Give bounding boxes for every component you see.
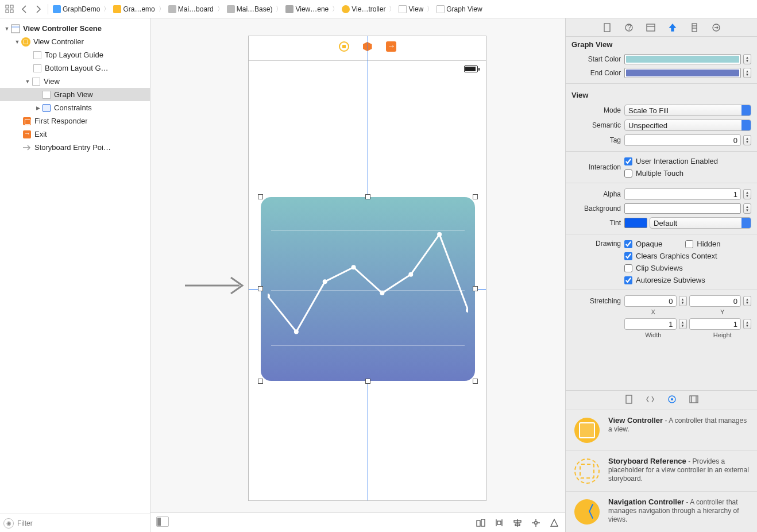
outline-constraints[interactable]: ▶ Constraints xyxy=(0,101,150,114)
outline-graphview[interactable]: Graph View xyxy=(0,88,150,101)
crumb-project[interactable]: GraphDemo xyxy=(51,4,102,14)
resolve-issues-icon[interactable] xyxy=(549,518,559,528)
checkbox-label: Multiple Touch xyxy=(636,169,683,178)
tag-stepper[interactable]: ▲▼ xyxy=(743,135,751,145)
label-tint: Tint xyxy=(566,219,621,227)
canvas[interactable] xyxy=(150,18,565,532)
stretch-w-input[interactable]: 1 xyxy=(624,318,677,330)
disclosure-triangle-icon[interactable]: ▼ xyxy=(24,79,31,84)
disclosure-triangle-icon[interactable]: ▼ xyxy=(14,39,21,45)
resize-handle[interactable] xyxy=(473,194,478,199)
filter-scope-icon[interactable]: ◉ xyxy=(3,518,14,529)
multiple-touch-checkbox[interactable]: Multiple Touch xyxy=(624,169,683,178)
attributes-inspector-tab[interactable] xyxy=(667,22,678,33)
outline-exit[interactable]: Exit xyxy=(0,128,150,141)
outline-label: First Responder xyxy=(34,117,87,125)
stretch-h-input[interactable]: 1 xyxy=(689,318,741,330)
exit-dock-icon[interactable] xyxy=(386,41,396,52)
library-item-navcontroller[interactable]: 〈 Navigation Controller - A controller t… xyxy=(566,492,757,532)
end-color-well[interactable] xyxy=(624,68,741,78)
stretch-x-input[interactable]: 0 xyxy=(624,295,677,307)
code-snippet-tab[interactable] xyxy=(646,395,655,405)
stepper[interactable]: ▲▼ xyxy=(679,319,687,329)
outline-label: Graph View xyxy=(54,90,93,99)
library-item-viewcontroller[interactable]: View Controller - A controller that mana… xyxy=(566,410,757,451)
align-icon[interactable] xyxy=(512,518,523,528)
background-color-well[interactable] xyxy=(624,203,741,214)
alpha-input[interactable]: 1 xyxy=(624,188,741,200)
outline-scene[interactable]: ▼ View Controller Scene xyxy=(0,22,150,35)
mode-select[interactable]: Scale To Fill xyxy=(624,105,751,116)
device-frame[interactable] xyxy=(248,36,486,501)
crumb-graphview[interactable]: Graph View xyxy=(435,4,484,14)
help-inspector-tab[interactable]: ? xyxy=(624,22,634,33)
entry-point-arrow-icon[interactable] xyxy=(185,274,248,299)
color-stepper[interactable]: ▲▼ xyxy=(743,68,751,78)
tag-input[interactable]: 0 xyxy=(624,134,741,146)
outline-toggle-button[interactable] xyxy=(156,516,169,527)
stretch-y-input[interactable]: 0 xyxy=(689,295,741,307)
autoresize-checkbox[interactable]: Autoresize Subviews xyxy=(624,276,705,284)
user-interaction-checkbox[interactable]: User Interaction Enabled xyxy=(624,157,718,165)
filter-input[interactable] xyxy=(17,519,146,527)
pin-icon[interactable] xyxy=(531,518,541,528)
svg-point-15 xyxy=(466,308,468,313)
svg-point-10 xyxy=(323,279,327,284)
crumb-viewcontroller[interactable]: Vie…troller xyxy=(340,4,387,14)
divider xyxy=(566,151,757,152)
connections-inspector-tab[interactable] xyxy=(711,22,721,33)
svg-rect-35 xyxy=(692,24,697,32)
color-stepper[interactable]: ▲▼ xyxy=(743,54,751,64)
disclosure-triangle-icon[interactable]: ▶ xyxy=(34,105,41,111)
start-color-well[interactable] xyxy=(624,54,741,64)
crumb-storyboard-base[interactable]: Mai…Base) xyxy=(225,4,275,14)
opaque-checkbox[interactable]: Opaque xyxy=(624,240,662,248)
outline-viewcontroller[interactable]: ▼ View Controller xyxy=(0,35,150,48)
disclosure-triangle-icon[interactable]: ▼ xyxy=(3,26,10,32)
svg-rect-0 xyxy=(6,5,9,8)
label-background: Background xyxy=(566,205,621,213)
alpha-stepper[interactable]: ▲▼ xyxy=(743,189,751,199)
label-tag: Tag xyxy=(566,136,621,144)
tint-select[interactable]: Default xyxy=(650,217,751,229)
size-inspector-tab[interactable] xyxy=(689,22,700,33)
outline-entry-point[interactable]: Storyboard Entry Poi… xyxy=(0,141,150,154)
stepper[interactable]: ▲▼ xyxy=(743,319,751,329)
embed-stack-icon[interactable] xyxy=(494,518,504,528)
stepper[interactable]: ▲▼ xyxy=(743,296,751,306)
stepper[interactable]: ▲▼ xyxy=(679,296,687,306)
object-library-tab[interactable] xyxy=(667,395,677,406)
resize-handle[interactable] xyxy=(473,379,478,384)
inspector-panel: ? Graph View Start Color ▲▼ End Color ▲▼ xyxy=(565,18,757,532)
resize-handle[interactable] xyxy=(258,194,263,199)
file-inspector-tab[interactable] xyxy=(602,22,612,33)
tint-swatch[interactable] xyxy=(624,218,647,228)
crumb-scene[interactable]: View…ene xyxy=(284,4,330,14)
clip-subviews-checkbox[interactable]: Clip Subviews xyxy=(624,264,683,272)
clears-context-checkbox[interactable]: Clears Graphics Context xyxy=(624,252,717,260)
outline-top-layout[interactable]: Top Layout Guide xyxy=(0,48,150,61)
file-template-tab[interactable] xyxy=(625,395,633,406)
media-library-tab[interactable] xyxy=(689,395,698,405)
update-frames-icon[interactable] xyxy=(476,518,486,528)
viewcontroller-dock-icon[interactable] xyxy=(339,41,349,52)
hidden-checkbox[interactable]: Hidden xyxy=(685,240,720,248)
crumb-view[interactable]: View xyxy=(397,4,425,14)
crumb-storyboard[interactable]: Mai…board xyxy=(167,4,215,14)
outline-view[interactable]: ▼ View xyxy=(0,75,150,88)
outline-first-responder[interactable]: First Responder xyxy=(0,114,150,128)
resize-handle[interactable] xyxy=(258,379,263,384)
semantic-select[interactable]: Unspecified xyxy=(624,119,751,131)
sublabel-height: Height xyxy=(713,331,732,338)
identity-inspector-tab[interactable] xyxy=(646,22,656,33)
outline-bottom-layout[interactable]: Bottom Layout G… xyxy=(0,61,150,75)
color-stepper[interactable]: ▲▼ xyxy=(743,203,751,214)
library-item-storyboard-ref[interactable]: Storyboard Reference - Provides a placeh… xyxy=(566,451,757,492)
forward-button[interactable] xyxy=(32,3,45,16)
related-items-icon[interactable] xyxy=(3,3,16,16)
crumb-folder[interactable]: Gra…emo xyxy=(111,4,156,14)
select-value: Scale To Fill xyxy=(628,106,669,115)
section-title-graphview: Graph View xyxy=(566,37,757,52)
graph-view[interactable] xyxy=(261,197,475,381)
back-button[interactable] xyxy=(18,3,30,16)
